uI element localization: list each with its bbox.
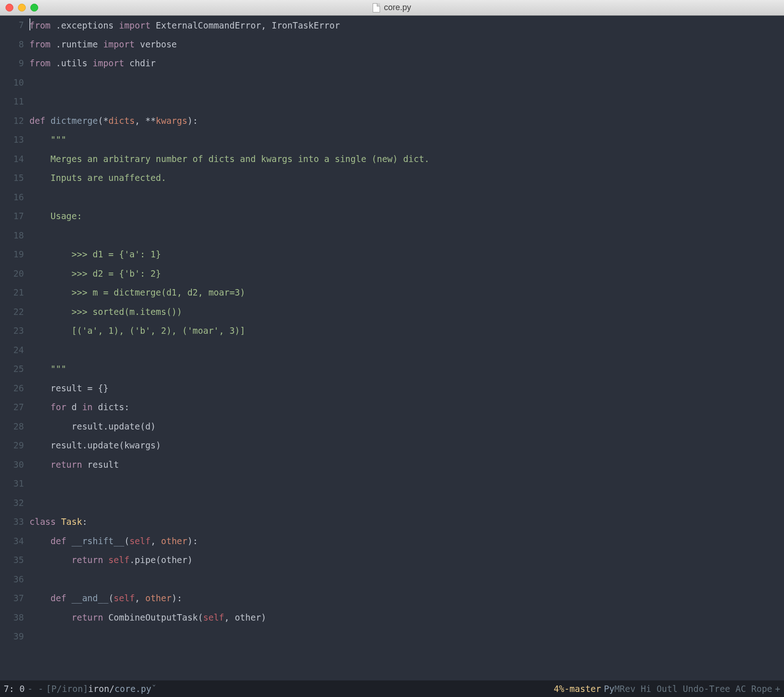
token-self: self <box>109 555 130 565</box>
token-var <box>66 593 71 603</box>
token-str: Inputs are unaffected. <box>29 173 166 183</box>
code-line[interactable] <box>29 191 784 210</box>
token-fn: __and__ <box>72 593 109 603</box>
token-var: result = {} <box>29 383 109 393</box>
code-line[interactable]: Usage: <box>29 209 784 229</box>
line-number: 33 <box>0 515 24 534</box>
code-line[interactable]: >>> m = dictmerge(d1, d2, moar=3) <box>29 286 784 305</box>
token-var <box>29 593 51 603</box>
token-kw: def <box>51 536 66 546</box>
token-var: verbose <box>135 39 177 49</box>
token-str: >>> m = dictmerge(d1, d2, moar=3) <box>29 287 245 297</box>
token-kw: return <box>72 555 104 565</box>
token-var: , <box>150 536 161 546</box>
editor[interactable]: 7891011121314151617181920212223242526272… <box>0 16 784 680</box>
code-line[interactable] <box>29 477 784 496</box>
token-var: d <box>66 402 82 412</box>
code-line[interactable]: result.update(kwargs) <box>29 439 784 458</box>
token-str: """ <box>29 134 66 145</box>
line-number: 38 <box>0 611 24 630</box>
code-line[interactable] <box>29 573 784 592</box>
line-number: 25 <box>0 362 24 382</box>
token-param: other <box>145 593 172 603</box>
code-line[interactable]: for d in dicts: <box>29 401 784 420</box>
modeline-plus: + <box>772 684 780 694</box>
token-kw: return <box>72 612 104 622</box>
token-kw: in <box>82 402 92 412</box>
code-line[interactable]: def dictmerge(*dicts, **kwargs): <box>29 114 784 134</box>
code-line[interactable]: """ <box>29 133 784 152</box>
token-cls: Task <box>61 517 82 527</box>
code-line[interactable] <box>29 229 784 248</box>
line-number: 15 <box>0 171 24 191</box>
token-str: Usage: <box>29 211 82 221</box>
token-var: ): <box>172 593 182 603</box>
vc-branch: -master <box>564 684 601 694</box>
token-var: chdir <box>124 58 156 68</box>
code-line[interactable]: def __and__(self, other): <box>29 592 784 611</box>
line-number: 21 <box>0 286 24 305</box>
token-kw: def <box>51 593 66 603</box>
token-var <box>29 459 51 470</box>
token-param: other <box>161 536 187 546</box>
code-line[interactable]: """ <box>29 362 784 382</box>
token-kw: from <box>29 20 51 30</box>
token-var: .runtime <box>51 39 103 49</box>
code-line[interactable]: return self.pipe(other) <box>29 553 784 573</box>
modeline: 7: 0 - - [P/iron] iron/ core.py ˇ 4% -ma… <box>0 680 784 697</box>
code-line[interactable]: result = {} <box>29 382 784 401</box>
code-line[interactable] <box>29 630 784 649</box>
line-number: 14 <box>0 152 24 172</box>
code-line[interactable]: return result <box>29 458 784 477</box>
titlebar: core.py <box>0 0 784 16</box>
line-number: 26 <box>0 382 24 401</box>
token-str: """ <box>29 364 66 374</box>
code-line[interactable] <box>29 496 784 516</box>
line-number: 36 <box>0 573 24 592</box>
cursor-position: 7: 0 <box>4 684 25 694</box>
code-line[interactable]: return CombineOutputTask(self, other) <box>29 611 784 630</box>
code-line[interactable]: >>> d2 = {'b': 2} <box>29 267 784 286</box>
minor-modes: MRev Hi Outl Undo-Tree AC Rope <box>614 684 772 694</box>
code-line[interactable] <box>29 76 784 95</box>
code-line[interactable]: >>> sorted(m.items()) <box>29 305 784 325</box>
code-line[interactable]: >>> d1 = {'a': 1} <box>29 248 784 267</box>
token-var: result.update(kwargs) <box>29 440 161 450</box>
code-line[interactable]: [('a', 1), ('b', 2), ('moar', 3)] <box>29 324 784 343</box>
code-line[interactable]: from .exceptions import ExternalCommandE… <box>29 18 784 38</box>
line-number: 34 <box>0 534 24 554</box>
line-number: 31 <box>0 477 24 496</box>
token-var: CombineOutputTask( <box>103 612 203 622</box>
code-line[interactable]: Merges an arbitrary number of dicts and … <box>29 152 784 172</box>
token-str: >>> d1 = {'a': 1} <box>29 249 161 259</box>
code-line[interactable]: def __rshift__(self, other): <box>29 534 784 554</box>
project-name: [P/iron] <box>46 684 88 694</box>
token-param: dicts <box>109 116 135 126</box>
line-number: 17 <box>0 209 24 229</box>
line-number: 37 <box>0 592 24 611</box>
code-line[interactable] <box>29 95 784 114</box>
code-line[interactable]: from .utils import chdir <box>29 57 784 76</box>
token-var: ExternalCommandError, IronTaskError <box>150 20 340 30</box>
token-var <box>66 536 71 546</box>
code-line[interactable]: Inputs are unaffected. <box>29 171 784 191</box>
code-line[interactable]: class Task: <box>29 515 784 534</box>
token-var: .exceptions <box>51 20 119 30</box>
token-fn: dictmerge <box>51 116 98 126</box>
token-var: dicts: <box>92 402 129 412</box>
code-area[interactable]: from .exceptions import ExternalCommandE… <box>29 16 784 680</box>
line-number: 24 <box>0 343 24 363</box>
token-param: kwargs <box>156 116 188 126</box>
line-number: 28 <box>0 420 24 439</box>
modeline-caret: ˇ <box>151 684 156 694</box>
line-number: 20 <box>0 267 24 286</box>
token-self: self <box>114 593 135 603</box>
token-kw: import <box>92 58 124 68</box>
token-var: .pipe(other) <box>129 555 192 565</box>
token-var <box>29 612 72 622</box>
code-line[interactable] <box>29 343 784 363</box>
title-text: core.py <box>384 3 411 12</box>
code-line[interactable]: from .runtime import verbose <box>29 38 784 57</box>
token-var: ( <box>124 536 129 546</box>
code-line[interactable]: result.update(d) <box>29 420 784 439</box>
